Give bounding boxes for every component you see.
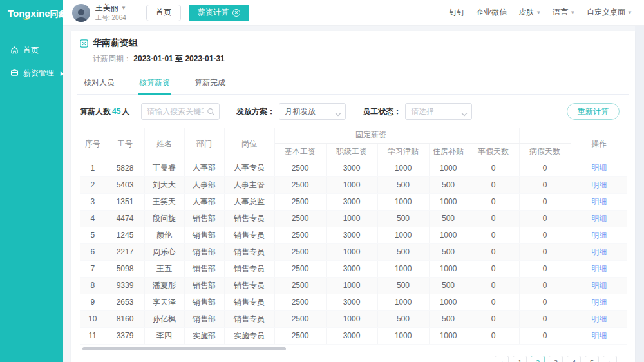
cell-position: 人事总监 (224, 193, 274, 210)
cell-no: 8 (80, 277, 106, 294)
pagination-page[interactable]: 3 (549, 356, 563, 362)
cell-action: 明细 (571, 243, 627, 260)
header-tab-payroll-calc[interactable]: 薪资计算 ✕ (189, 5, 249, 21)
table-row: 62217周乐心销售部销售专员2500100050050000明细 (80, 243, 627, 260)
close-icon[interactable]: ✕ (232, 9, 240, 17)
header-tab-label: 薪资计算 (198, 7, 229, 18)
pay-period-value: 2023-01-01 至 2023-01-31 (133, 54, 224, 63)
tab-calc-done[interactable]: 算薪完成 (193, 73, 227, 94)
tab-calc-salary[interactable]: 核算薪资 (138, 73, 171, 94)
cell-personal_leave: 0 (468, 227, 519, 243)
detail-link[interactable]: 明细 (591, 281, 607, 290)
cell-emp_id: 5828 (106, 160, 144, 176)
col-dept: 部门 (184, 128, 224, 160)
cell-name: 王笑天 (144, 193, 184, 210)
pagination-page[interactable]: 2 (531, 356, 545, 362)
pagination-page[interactable]: 5 (585, 356, 599, 362)
col-grade-salary: 职级工资 (326, 143, 377, 160)
menu-item-language[interactable]: 语言 ▼ (553, 7, 575, 18)
cell-sick_leave: 0 (519, 227, 571, 243)
col-emp-id: 工号 (106, 128, 144, 160)
cell-base: 2500 (274, 176, 326, 193)
tab-check-staff[interactable]: 核对人员 (82, 73, 116, 94)
cell-sick_leave: 0 (519, 260, 571, 277)
user-info[interactable]: 王美丽 ▼ 工号: 2064 (95, 3, 126, 21)
detail-link[interactable]: 明细 (591, 264, 607, 273)
divider (137, 6, 137, 20)
detail-link[interactable]: 明细 (591, 214, 607, 223)
cell-emp_id: 3379 (106, 327, 144, 344)
status-select-placeholder: 请选择 (411, 106, 434, 117)
detail-link[interactable]: 明细 (591, 247, 607, 256)
recalculate-button[interactable]: 重新计算 (567, 103, 620, 120)
cell-name: 王五 (144, 260, 184, 277)
detail-link[interactable]: 明细 (591, 331, 607, 340)
menu-item-wecom[interactable]: 企业微信 (476, 7, 507, 18)
cell-housing: 1000 (429, 227, 468, 243)
header-tab-home[interactable]: 首页 (146, 5, 181, 21)
chevron-down-icon (461, 110, 468, 119)
menu-item-custom-desktop[interactable]: 自定义桌面 ▼ (587, 7, 632, 18)
cell-study: 1000 (377, 260, 429, 277)
content-area: 华南薪资组 计薪周期： 2023-01-01 至 2023-01-31 核对人员… (63, 26, 644, 362)
cell-emp_id: 8160 (106, 310, 144, 327)
search-icon[interactable] (207, 107, 215, 119)
table-body: 15828丁曼睿人事部人事专员250030001000100000明细25403… (80, 160, 627, 344)
sidebar-item-payroll[interactable]: 薪资管理 ▶ (0, 62, 63, 84)
sidebar-item-home[interactable]: 首页 (0, 39, 63, 62)
cell-position: 销售专员 (224, 260, 274, 277)
headcount-value: 45 (112, 107, 120, 116)
detail-link[interactable]: 明细 (591, 197, 607, 206)
cell-name: 刘大大 (144, 176, 184, 193)
avatar[interactable] (72, 4, 90, 22)
cell-emp_id: 9339 (106, 277, 144, 294)
cell-study: 1000 (377, 193, 429, 210)
col-housing-allowance: 住房补贴 (429, 143, 468, 160)
menu-item-dingtalk[interactable]: 钉钉 (449, 7, 464, 18)
cell-base: 2500 (274, 327, 326, 344)
cell-action: 明细 (571, 227, 627, 243)
cell-base: 2500 (274, 227, 326, 243)
cell-name: 孙亿枫 (144, 310, 184, 327)
pagination-page[interactable]: 4 (567, 356, 581, 362)
detail-link[interactable]: 明细 (591, 180, 607, 189)
col-personal-leave: 事假天数 (468, 143, 519, 160)
detail-link[interactable]: 明细 (591, 163, 607, 172)
cell-no: 11 (80, 327, 106, 344)
search-box (141, 103, 220, 120)
detail-link[interactable]: 明细 (591, 314, 607, 323)
menu-label: 语言 (553, 7, 568, 18)
cell-position: 销售专员 (224, 277, 274, 294)
cell-action: 明细 (571, 193, 627, 210)
cell-dept: 销售部 (184, 294, 224, 310)
cell-sick_leave: 0 (519, 210, 571, 227)
cell-name: 颜伦 (144, 227, 184, 243)
cell-dept: 实施部 (184, 327, 224, 344)
pagination-prev[interactable]: ‹ (495, 356, 509, 362)
menu-item-skin[interactable]: 皮肤 ▼ (518, 7, 541, 18)
cell-study: 1000 (377, 160, 429, 176)
cell-base: 2500 (274, 160, 326, 176)
cell-dept: 人事部 (184, 193, 224, 210)
pay-period-label: 计薪周期： (93, 54, 131, 63)
table-row: 15828丁曼睿人事部人事专员250030001000100000明细 (80, 160, 627, 176)
cell-dept: 销售部 (184, 210, 224, 227)
cell-study: 1000 (377, 327, 429, 344)
detail-link[interactable]: 明细 (591, 231, 607, 240)
detail-link[interactable]: 明细 (591, 298, 607, 307)
table-row: 31351王笑天人事部人事总监250030001000100000明细 (80, 193, 627, 210)
cell-no: 3 (80, 193, 106, 210)
sidebar-item-label: 薪资管理 (23, 68, 54, 79)
cell-study: 500 (377, 243, 429, 260)
status-select[interactable]: 请选择 (405, 103, 472, 120)
pagination-next[interactable]: › (603, 356, 617, 362)
pagination-page[interactable]: 1 (513, 356, 527, 362)
cell-dept: 人事部 (184, 160, 224, 176)
plan-select[interactable]: 月初发放 (279, 103, 346, 120)
cell-personal_leave: 0 (468, 260, 519, 277)
chevron-down-icon: ▼ (570, 10, 575, 15)
cell-position: 销售专员 (224, 310, 274, 327)
cell-sick_leave: 0 (519, 160, 571, 176)
horizontal-scrollbar-thumb[interactable] (82, 347, 286, 350)
cell-dept: 人事部 (184, 176, 224, 193)
